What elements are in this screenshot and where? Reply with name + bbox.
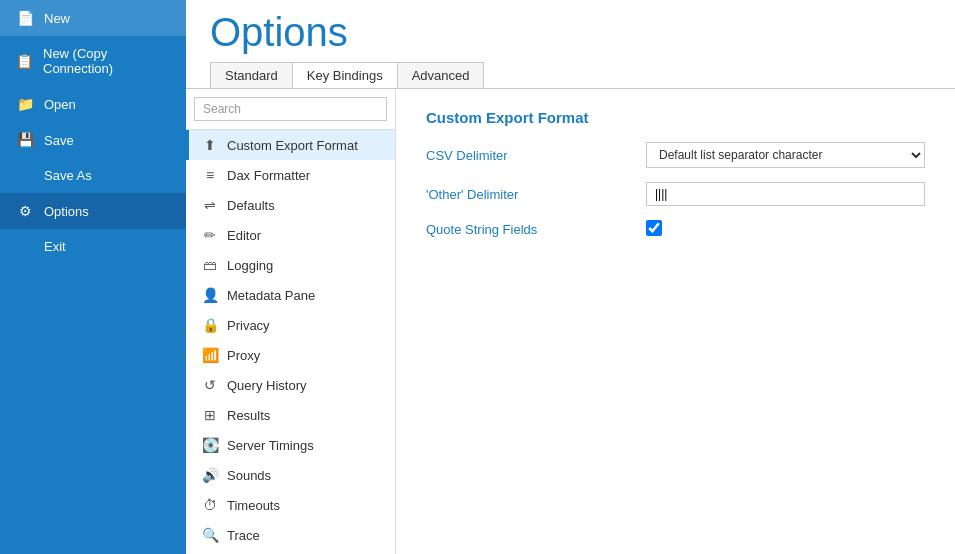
- defaults-icon: ⇌: [201, 197, 219, 213]
- settings-item-results-label: Results: [227, 408, 270, 423]
- proxy-icon: 📶: [201, 347, 219, 363]
- tab-key-bindings[interactable]: Key Bindings: [293, 63, 398, 88]
- query-history-icon: ↺: [201, 377, 219, 393]
- settings-item-timeouts-label: Timeouts: [227, 498, 280, 513]
- other-delimiter-label: 'Other' Delimiter: [426, 187, 626, 202]
- sidebar-item-options-label: Options: [44, 204, 89, 219]
- settings-item-custom-export[interactable]: ⬆ Custom Export Format: [186, 130, 395, 160]
- settings-item-custom-export-label: Custom Export Format: [227, 138, 358, 153]
- settings-item-metadata-pane-label: Metadata Pane: [227, 288, 315, 303]
- settings-item-defaults[interactable]: ⇌ Defaults: [186, 190, 395, 220]
- tab-advanced[interactable]: Advanced: [398, 63, 484, 88]
- save-icon: 💾: [16, 132, 34, 148]
- quote-string-fields-label: Quote String Fields: [426, 222, 626, 237]
- sidebar-item-open[interactable]: 📁 Open: [0, 86, 186, 122]
- header: Options Standard Key Bindings Advanced: [186, 0, 955, 88]
- sounds-icon: 🔊: [201, 467, 219, 483]
- settings-item-defaults-label: Defaults: [227, 198, 275, 213]
- sidebar-item-new[interactable]: 📄 New: [0, 0, 186, 36]
- sidebar-item-save-label: Save: [44, 133, 74, 148]
- settings-content: Custom Export Format CSV Delimiter Defau…: [396, 89, 955, 554]
- tabs-bar: Standard Key Bindings Advanced: [210, 62, 484, 88]
- csv-delimiter-row: CSV Delimiter Default list separator cha…: [426, 142, 925, 168]
- options-icon: ⚙: [16, 203, 34, 219]
- other-delimiter-input[interactable]: [646, 182, 925, 206]
- sidebar: 📄 New 📋 New (Copy Connection) 📁 Open 💾 S…: [0, 0, 186, 554]
- sidebar-item-new-copy[interactable]: 📋 New (Copy Connection): [0, 36, 186, 86]
- other-delimiter-row: 'Other' Delimiter: [426, 182, 925, 206]
- settings-item-metadata-pane[interactable]: 👤 Metadata Pane: [186, 280, 395, 310]
- settings-item-server-timings-label: Server Timings: [227, 438, 314, 453]
- quote-string-fields-row: Quote String Fields: [426, 220, 925, 239]
- settings-item-query-history-label: Query History: [227, 378, 306, 393]
- sidebar-item-options[interactable]: ⚙ Options: [0, 193, 186, 229]
- dax-formatter-icon: ≡: [201, 167, 219, 183]
- sidebar-item-open-label: Open: [44, 97, 76, 112]
- csv-delimiter-label: CSV Delimiter: [426, 148, 626, 163]
- new-icon: 📄: [16, 10, 34, 26]
- main-content: Options Standard Key Bindings Advanced ⬆…: [186, 0, 955, 554]
- section-title: Custom Export Format: [426, 109, 925, 126]
- settings-item-proxy-label: Proxy: [227, 348, 260, 363]
- sidebar-item-save[interactable]: 💾 Save: [0, 122, 186, 158]
- sidebar-item-save-as[interactable]: Save As: [0, 158, 186, 193]
- trace-icon: 🔍: [201, 527, 219, 543]
- settings-item-editor[interactable]: ✏ Editor: [186, 220, 395, 250]
- page-title: Options: [210, 10, 931, 54]
- settings-item-proxy[interactable]: 📶 Proxy: [186, 340, 395, 370]
- search-box: [186, 89, 395, 130]
- editor-icon: ✏: [201, 227, 219, 243]
- search-input[interactable]: [194, 97, 387, 121]
- csv-delimiter-select[interactable]: Default list separator character Comma S…: [646, 142, 925, 168]
- csv-delimiter-control: Default list separator character Comma S…: [646, 142, 925, 168]
- content-area: ⬆ Custom Export Format ≡ Dax Formatter ⇌…: [186, 88, 955, 554]
- settings-item-server-timings[interactable]: 💽 Server Timings: [186, 430, 395, 460]
- settings-item-dax-formatter-label: Dax Formatter: [227, 168, 310, 183]
- settings-item-editor-label: Editor: [227, 228, 261, 243]
- custom-export-icon: ⬆: [201, 137, 219, 153]
- sidebar-item-exit[interactable]: Exit: [0, 229, 186, 264]
- settings-item-timeouts[interactable]: ⏱ Timeouts: [186, 490, 395, 520]
- settings-item-sounds[interactable]: 🔊 Sounds: [186, 460, 395, 490]
- settings-item-logging[interactable]: 🗃 Logging: [186, 250, 395, 280]
- settings-item-sounds-label: Sounds: [227, 468, 271, 483]
- settings-item-dax-formatter[interactable]: ≡ Dax Formatter: [186, 160, 395, 190]
- settings-item-privacy[interactable]: 🔒 Privacy: [186, 310, 395, 340]
- tab-standard[interactable]: Standard: [211, 63, 293, 88]
- settings-item-privacy-label: Privacy: [227, 318, 270, 333]
- new-copy-icon: 📋: [16, 53, 33, 69]
- timeouts-icon: ⏱: [201, 497, 219, 513]
- server-timings-icon: 💽: [201, 437, 219, 453]
- settings-list: ⬆ Custom Export Format ≡ Dax Formatter ⇌…: [186, 89, 396, 554]
- open-icon: 📁: [16, 96, 34, 112]
- settings-item-logging-label: Logging: [227, 258, 273, 273]
- settings-item-trace-label: Trace: [227, 528, 260, 543]
- settings-item-query-history[interactable]: ↺ Query History: [186, 370, 395, 400]
- sidebar-item-exit-label: Exit: [44, 239, 66, 254]
- metadata-pane-icon: 👤: [201, 287, 219, 303]
- other-delimiter-control: [646, 182, 925, 206]
- sidebar-item-save-as-label: Save As: [44, 168, 92, 183]
- logging-icon: 🗃: [201, 257, 219, 273]
- quote-string-fields-control: [646, 220, 925, 239]
- quote-string-fields-checkbox[interactable]: [646, 220, 662, 236]
- sidebar-item-new-label: New: [44, 11, 70, 26]
- results-icon: ⊞: [201, 407, 219, 423]
- privacy-icon: 🔒: [201, 317, 219, 333]
- settings-item-results[interactable]: ⊞ Results: [186, 400, 395, 430]
- settings-item-trace[interactable]: 🔍 Trace: [186, 520, 395, 550]
- sidebar-item-new-copy-label: New (Copy Connection): [43, 46, 170, 76]
